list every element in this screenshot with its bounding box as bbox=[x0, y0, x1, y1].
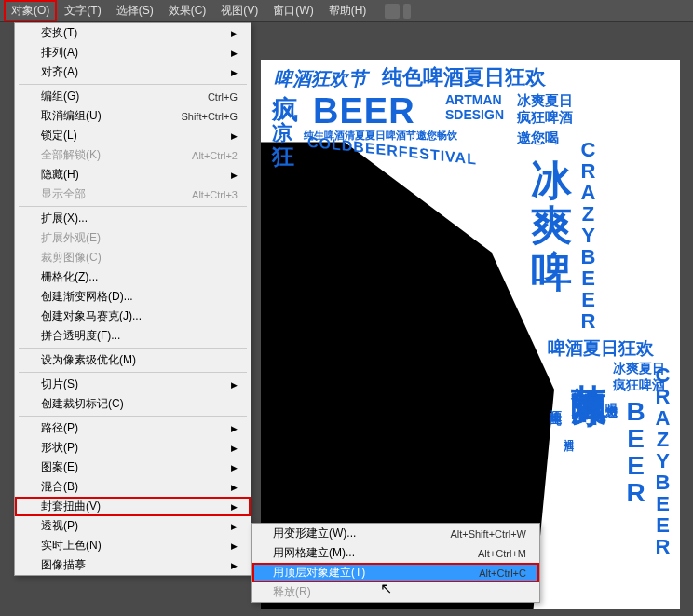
menu-view[interactable]: 视图(V) bbox=[213, 0, 265, 21]
envelope-submenu: 用变形建立(W)...Alt+Shift+Ctrl+W用网格建立(M)...Al… bbox=[251, 523, 540, 603]
menu-row[interactable]: 隐藏(H)▶ bbox=[15, 165, 251, 185]
menu-row[interactable]: 路径(P)▶ bbox=[15, 418, 251, 438]
menubar: 对象(O) 文字(T) 选择(S) 效果(C) 视图(V) 窗口(W) 帮助(H… bbox=[0, 0, 693, 22]
art-text: 纯色啤酒夏日狂欢 bbox=[382, 67, 546, 88]
menu-row[interactable]: 编组(G)Ctrl+G bbox=[15, 87, 251, 106]
menu-row[interactable]: 取消编组(U)Shift+Ctrl+G bbox=[15, 106, 251, 126]
menu-row[interactable]: 切片(S)▶ bbox=[15, 375, 251, 394]
menu-row[interactable]: 对齐(A)▶ bbox=[15, 62, 251, 82]
toolbar-icons bbox=[385, 4, 411, 19]
toolbar-icon[interactable] bbox=[385, 4, 400, 19]
menu-row[interactable]: 扩展(X)... bbox=[15, 209, 251, 228]
art-text: SDESIGN bbox=[445, 108, 504, 121]
art-text: 啤酒夏日狂欢 bbox=[548, 339, 654, 357]
submenu-row[interactable]: 用网格建立(M)...Alt+Ctrl+M bbox=[252, 543, 539, 563]
art-text: 啤酒狂欢节 bbox=[274, 69, 367, 88]
art-text: 冰爽夏日 bbox=[517, 93, 573, 107]
menu-window[interactable]: 窗口(W) bbox=[265, 0, 320, 21]
menu-row: 全部解锁(K)Alt+Ctrl+2 bbox=[15, 145, 251, 165]
menu-help[interactable]: 帮助(H) bbox=[321, 0, 374, 21]
menu-row[interactable]: 实时上色(N)▶ bbox=[15, 536, 251, 555]
art-text: 凉 bbox=[272, 123, 292, 144]
art-text: ARTMAN bbox=[445, 93, 502, 106]
object-dropdown: 变换(T)▶排列(A)▶对齐(A)▶编组(G)Ctrl+G取消编组(U)Shif… bbox=[14, 22, 251, 576]
art-text: CRAZYBEER bbox=[652, 363, 673, 556]
art-text: BEER bbox=[622, 397, 648, 505]
menu-row[interactable]: 拼合透明度(F)... bbox=[15, 326, 251, 346]
menu-effect[interactable]: 效果(C) bbox=[161, 0, 214, 21]
menu-row[interactable]: 排列(A)▶ bbox=[15, 43, 251, 62]
menu-row[interactable]: 设为像素级优化(M) bbox=[15, 350, 251, 370]
menu-row[interactable]: 封套扭曲(V)▶ bbox=[15, 497, 251, 516]
art-text: BEER bbox=[313, 93, 415, 129]
menu-row[interactable]: 创建渐变网格(D)... bbox=[15, 287, 251, 307]
menu-row[interactable]: 图像描摹▶ bbox=[15, 555, 251, 575]
menu-row[interactable]: 图案(E)▶ bbox=[15, 458, 251, 477]
art-text: 狂 bbox=[272, 145, 294, 168]
menu-select[interactable]: 选择(S) bbox=[109, 0, 161, 21]
menu-row[interactable]: 创建裁切标记(C) bbox=[15, 394, 251, 414]
toolbar-icon[interactable] bbox=[403, 4, 411, 19]
menu-text[interactable]: 文字(T) bbox=[57, 0, 108, 21]
menu-object[interactable]: 对象(O) bbox=[4, 0, 57, 21]
art-text: 邀您喝 bbox=[517, 130, 559, 144]
art-text: 疯狂啤酒 bbox=[517, 110, 573, 124]
menu-row: 扩展外观(E) bbox=[15, 228, 251, 248]
art-text: CRAZYBEER bbox=[578, 138, 598, 331]
menu-row[interactable]: 栅格化(Z)... bbox=[15, 267, 251, 287]
menu-row[interactable]: 变换(T)▶ bbox=[15, 23, 251, 43]
menu-row: 裁剪图像(C) bbox=[15, 248, 251, 267]
art-text: 疯 bbox=[272, 97, 298, 123]
menu-row[interactable]: 透视(P)▶ bbox=[15, 516, 251, 536]
menu-row[interactable]: 混合(B)▶ bbox=[15, 477, 251, 497]
menu-row: 显示全部Alt+Ctrl+3 bbox=[15, 185, 251, 204]
menu-row[interactable]: 创建对象马赛克(J)... bbox=[15, 307, 251, 326]
menu-row[interactable]: 锁定(L)▶ bbox=[15, 126, 251, 145]
submenu-row[interactable]: 用变形建立(W)...Alt+Shift+Ctrl+W bbox=[252, 524, 539, 543]
menu-row[interactable]: 形状(P)▶ bbox=[15, 438, 251, 458]
submenu-row: 释放(R) bbox=[252, 582, 539, 602]
submenu-row[interactable]: 用顶层对象建立(T)Alt+Ctrl+C bbox=[252, 563, 539, 582]
